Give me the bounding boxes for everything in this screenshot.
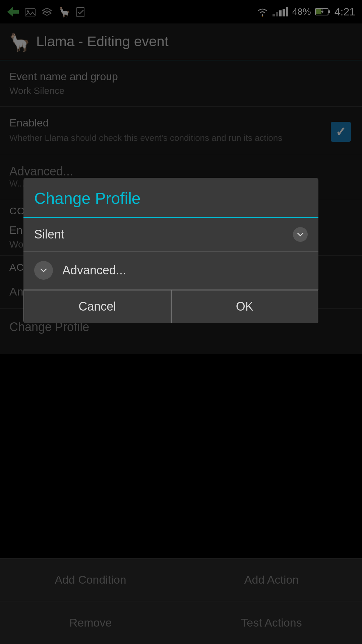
dialog-overlay: Change Profile Silent	[0, 0, 362, 644]
dropdown-arrow-icon[interactable]	[293, 227, 308, 242]
dialog-advanced-row[interactable]: Advanced...	[23, 252, 318, 289]
dialog-buttons: Cancel OK	[23, 289, 318, 323]
change-profile-dialog: Change Profile Silent	[23, 178, 318, 323]
selected-profile-value: Silent	[34, 227, 64, 241]
profile-dropdown-row[interactable]: Silent	[23, 218, 318, 252]
advanced-circle-icon	[34, 261, 53, 280]
dialog-title: Change Profile	[34, 189, 308, 208]
svg-point-14	[39, 266, 48, 275]
dialog-content: Silent Advanced...	[23, 218, 318, 289]
dialog-advanced-label: Advanced...	[62, 263, 126, 277]
dialog-cancel-button[interactable]: Cancel	[23, 290, 171, 323]
dialog-title-bar: Change Profile	[23, 178, 318, 218]
dialog-ok-button[interactable]: OK	[171, 290, 319, 323]
